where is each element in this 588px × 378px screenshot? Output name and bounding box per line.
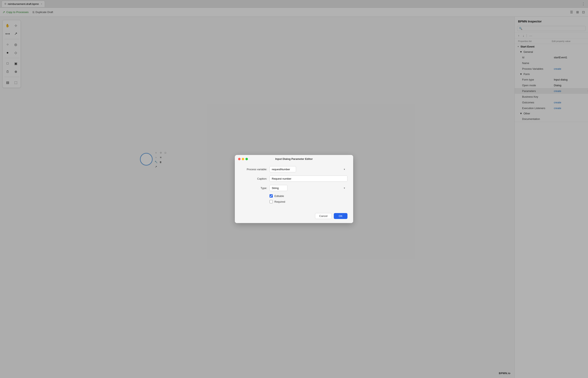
modal-overlay: Input Dialog Parameter Editor Process va… [0, 0, 588, 378]
cancel-button[interactable]: Cancel [315, 213, 332, 219]
type-label: Type: [240, 187, 267, 189]
required-checkbox-row: Required [240, 200, 348, 203]
required-checkbox[interactable] [269, 200, 273, 203]
caption-row: Caption: [240, 176, 348, 182]
type-row: Type: String Integer Boolean Date ▼ [240, 185, 348, 191]
modal-titlebar: Input Dialog Parameter Editor [235, 155, 353, 162]
close-window-button[interactable] [238, 158, 240, 160]
type-select-wrapper: String Integer Boolean Date ▼ [269, 185, 348, 191]
type-select[interactable]: String Integer Boolean Date [269, 185, 287, 191]
minimize-window-button[interactable] [242, 158, 244, 160]
caption-label: Caption: [240, 177, 267, 180]
type-arrow-icon: ▼ [343, 187, 345, 189]
modal-body: Process variable: requestNumber ▼ Captio… [235, 162, 353, 211]
modal-title: Input Dialog Parameter Editor [275, 157, 313, 161]
caption-input[interactable] [269, 176, 348, 182]
required-label: Required [274, 200, 285, 203]
editable-checkbox[interactable] [269, 194, 273, 198]
process-variable-select-wrapper: requestNumber ▼ [269, 166, 348, 172]
process-variable-select[interactable]: requestNumber [269, 166, 296, 172]
process-variable-arrow-icon: ▼ [343, 168, 345, 170]
editable-label: Editable [274, 194, 284, 198]
process-variable-row: Process variable: requestNumber ▼ [240, 166, 348, 172]
editable-checkbox-row: Editable [240, 194, 348, 198]
ok-button[interactable]: OK [334, 213, 348, 219]
modal-traffic-lights [238, 158, 248, 160]
process-variable-label: Process variable: [240, 168, 267, 171]
maximize-window-button[interactable] [245, 158, 248, 160]
modal-footer: Cancel OK [235, 211, 353, 223]
input-dialog-modal: Input Dialog Parameter Editor Process va… [235, 155, 353, 223]
